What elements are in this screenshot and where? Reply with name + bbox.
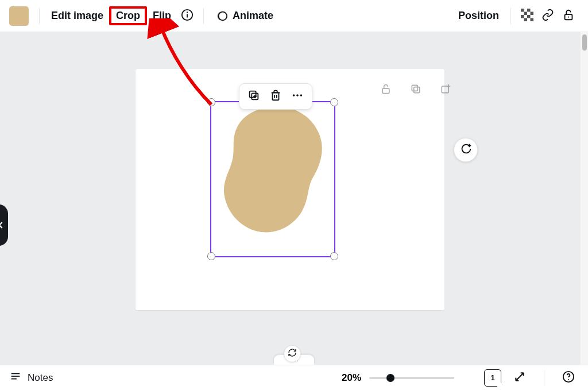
page-add-button[interactable] [435, 80, 456, 101]
more-icon [291, 89, 304, 104]
svg-rect-10 [527, 15, 531, 18]
position-button[interactable]: Position [452, 6, 505, 25]
zoom-slider[interactable] [369, 377, 454, 379]
divider [510, 8, 511, 24]
info-icon [181, 9, 194, 24]
edit-image-button[interactable]: Edit image [45, 6, 109, 25]
more-button[interactable] [288, 87, 307, 106]
zoom-control: 20% [342, 372, 454, 384]
page-lock-button[interactable] [376, 80, 396, 101]
animate-button[interactable]: Animate [210, 6, 279, 26]
flip-button[interactable]: Flip [147, 6, 177, 25]
transparency-button[interactable] [517, 6, 537, 26]
svg-point-2 [187, 11, 188, 13]
fullscreen-button[interactable] [509, 368, 530, 388]
scrollbar-thumb[interactable] [582, 34, 587, 51]
notes-icon [9, 370, 22, 385]
workspace: + Add page [0, 32, 588, 365]
svg-rect-18 [442, 86, 448, 93]
fullscreen-icon [514, 371, 525, 385]
transparency-icon [521, 9, 533, 24]
notes-button[interactable]: Notes [9, 370, 53, 385]
help-icon [562, 370, 575, 385]
svg-rect-9 [521, 15, 524, 18]
resize-handle-tl[interactable] [207, 98, 215, 106]
footer: Notes 20% 1 [0, 365, 588, 390]
divider [544, 370, 544, 386]
info-button[interactable] [177, 6, 198, 26]
svg-rect-7 [524, 11, 528, 15]
resize-handle-br[interactable] [330, 252, 338, 260]
add-page-icon [440, 83, 451, 97]
crop-label: Crop [116, 10, 140, 22]
link-icon [541, 9, 554, 24]
notes-label: Notes [28, 372, 53, 384]
color-swatch[interactable] [9, 6, 29, 26]
svg-point-30 [293, 94, 295, 96]
page-indicator[interactable]: 1 [484, 369, 501, 387]
lock-button[interactable] [558, 6, 579, 26]
comment-icon [459, 142, 472, 157]
resize-handle-tr[interactable] [330, 98, 338, 106]
expand-sidebar-pill[interactable] [0, 204, 8, 246]
zoom-value[interactable]: 20% [342, 372, 361, 384]
duplicate-icon [247, 89, 260, 104]
svg-rect-17 [412, 85, 417, 91]
delete-button[interactable] [266, 87, 285, 106]
animate-icon [215, 10, 228, 22]
duplicate-icon [410, 83, 421, 97]
sync-icon [288, 348, 297, 360]
svg-rect-5 [521, 9, 524, 12]
comment-fab[interactable] [454, 138, 478, 162]
svg-rect-12 [531, 18, 534, 21]
animate-label: Animate [233, 10, 273, 22]
edit-image-label: Edit image [51, 10, 103, 22]
svg-rect-6 [527, 9, 531, 12]
svg-rect-8 [531, 11, 534, 15]
scrollbar[interactable] [580, 32, 588, 365]
trash-icon [269, 89, 282, 104]
sync-page-button[interactable] [284, 345, 301, 362]
flip-label: Flip [153, 10, 171, 22]
position-label: Position [458, 10, 499, 22]
page-number: 1 [490, 373, 494, 382]
svg-point-31 [296, 94, 299, 96]
duplicate-button[interactable] [245, 87, 263, 106]
resize-handle-bl[interactable] [207, 252, 215, 260]
divider [39, 8, 40, 24]
page-duplicate-button[interactable] [405, 80, 426, 101]
svg-rect-11 [524, 18, 528, 21]
context-toolbar [239, 83, 312, 110]
svg-rect-15 [382, 88, 389, 93]
selection-box[interactable] [210, 101, 335, 257]
lock-open-icon [380, 83, 392, 97]
svg-point-32 [300, 94, 303, 96]
divider [203, 8, 204, 24]
svg-point-37 [568, 379, 569, 380]
svg-rect-16 [414, 87, 420, 93]
svg-rect-27 [273, 92, 279, 100]
help-button[interactable] [558, 368, 579, 388]
top-toolbar: Edit image Crop Flip Animate Position [0, 0, 588, 32]
page-actions [376, 80, 456, 101]
zoom-slider-thumb[interactable] [386, 374, 394, 382]
lock-open-icon [562, 9, 575, 24]
crop-button[interactable]: Crop [109, 6, 147, 25]
link-button[interactable] [537, 6, 558, 26]
